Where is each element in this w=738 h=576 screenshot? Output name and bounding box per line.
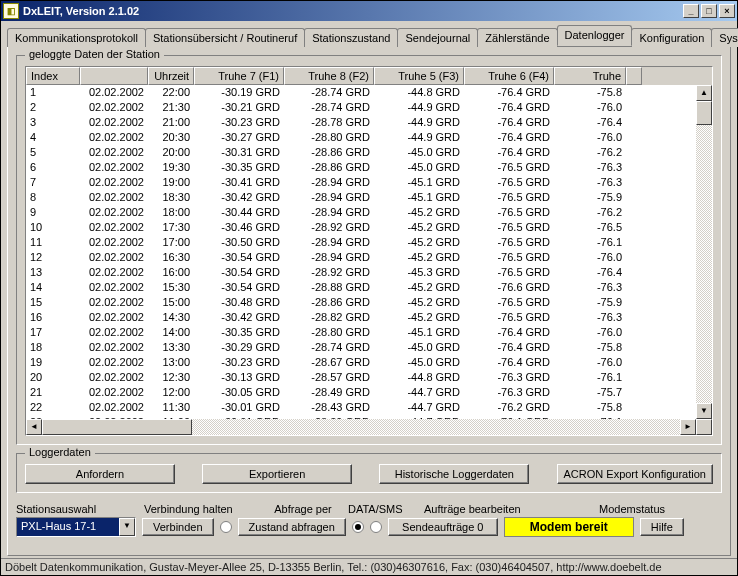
table-cell: 02.02.2002 xyxy=(80,85,148,100)
table-row[interactable]: 1802.02.200213:30-30.29 GRD-28.74 GRD-45… xyxy=(26,340,626,355)
grid-body[interactable]: 102.02.200222:00-30.19 GRD-28.74 GRD-44.… xyxy=(26,85,712,419)
col-truhe6[interactable]: Truhe 6 (F4) xyxy=(464,67,554,85)
sendeauftraege-button[interactable]: Sendeaufträge 0 xyxy=(388,518,498,536)
scroll-up-icon[interactable]: ▲ xyxy=(696,85,712,101)
vertical-scrollbar[interactable]: ▲ ▼ xyxy=(696,85,712,419)
table-row[interactable]: 302.02.200221:00-30.23 GRD-28.78 GRD-44.… xyxy=(26,115,626,130)
table-cell: 15:30 xyxy=(148,280,194,295)
table-row[interactable]: 2202.02.200211:30-30.01 GRD-28.43 GRD-44… xyxy=(26,400,626,415)
data-grid[interactable]: Index Uhrzeit Truhe 7 (F1) Truhe 8 (F2) … xyxy=(25,66,713,436)
scroll-thumb-v[interactable] xyxy=(696,101,712,125)
table-row[interactable]: 1302.02.200216:00-30.54 GRD-28.92 GRD-45… xyxy=(26,265,626,280)
table-cell: -76.3 xyxy=(554,175,626,190)
table-cell: 15 xyxy=(26,295,80,310)
table-cell: 02.02.2002 xyxy=(80,340,148,355)
abfrage-sms-radio[interactable] xyxy=(370,521,382,533)
table-row[interactable]: 1002.02.200217:30-30.46 GRD-28.92 GRD-45… xyxy=(26,220,626,235)
station-combo[interactable]: PXL-Haus 17-1 ▼ xyxy=(16,517,136,537)
table-cell: -30.05 GRD xyxy=(194,385,284,400)
col-truhe-extra[interactable]: Truhe xyxy=(554,67,626,85)
verbinden-button[interactable]: Verbinden xyxy=(142,518,214,536)
table-row[interactable]: 802.02.200218:30-30.42 GRD-28.94 GRD-45.… xyxy=(26,190,626,205)
table-cell: -28.86 GRD xyxy=(284,295,374,310)
window-title: DxLEIT, Version 2.1.02 xyxy=(23,5,683,17)
acron-button[interactable]: ACRON Export Konfiguration xyxy=(557,464,713,484)
table-cell: -44.9 GRD xyxy=(374,115,464,130)
table-cell: 19:00 xyxy=(148,175,194,190)
tab-kommunikationsprotokoll[interactable]: Kommunikationsprotokoll xyxy=(7,28,146,47)
table-row[interactable]: 202.02.200221:30-30.21 GRD-28.74 GRD-44.… xyxy=(26,100,626,115)
tab-stationszustand[interactable]: Stationszustand xyxy=(304,28,398,47)
horizontal-scrollbar[interactable]: ◄ ► xyxy=(26,419,712,435)
table-cell: 20:30 xyxy=(148,130,194,145)
table-cell: -30.44 GRD xyxy=(194,205,284,220)
table-cell: -30.21 GRD xyxy=(194,100,284,115)
table-row[interactable]: 902.02.200218:00-30.44 GRD-28.94 GRD-45.… xyxy=(26,205,626,220)
table-row[interactable]: 402.02.200220:30-30.27 GRD-28.80 GRD-44.… xyxy=(26,130,626,145)
app-window: ◧ DxLEIT, Version 2.1.02 _ □ × Kommunika… xyxy=(0,0,738,576)
scroll-left-icon[interactable]: ◄ xyxy=(26,419,42,435)
anfordern-button[interactable]: Anfordern xyxy=(25,464,175,484)
table-row[interactable]: 1402.02.200215:30-30.54 GRD-28.88 GRD-45… xyxy=(26,280,626,295)
table-cell: 2 xyxy=(26,100,80,115)
scroll-right-icon[interactable]: ► xyxy=(680,419,696,435)
table-cell: -28.74 GRD xyxy=(284,85,374,100)
table-row[interactable]: 1702.02.200214:00-30.35 GRD-28.80 GRD-45… xyxy=(26,325,626,340)
table-row[interactable]: 2102.02.200212:00-30.05 GRD-28.49 GRD-44… xyxy=(26,385,626,400)
table-cell: -28.92 GRD xyxy=(284,265,374,280)
table-row[interactable]: 1502.02.200215:00-30.48 GRD-28.86 GRD-45… xyxy=(26,295,626,310)
tab-system[interactable]: System xyxy=(711,28,738,47)
table-row[interactable]: 102.02.200222:00-30.19 GRD-28.74 GRD-44.… xyxy=(26,85,626,100)
chevron-down-icon[interactable]: ▼ xyxy=(119,518,135,536)
col-date[interactable] xyxy=(80,67,148,85)
titlebar[interactable]: ◧ DxLEIT, Version 2.1.02 _ □ × xyxy=(1,1,737,21)
table-cell: 13:00 xyxy=(148,355,194,370)
table-row[interactable]: 2302.02.200211:00-30.01 GRD-28.39 GRD-44… xyxy=(26,415,626,419)
minimize-button[interactable]: _ xyxy=(683,4,699,18)
tab-konfiguration[interactable]: Konfiguration xyxy=(631,28,712,47)
col-uhrzeit[interactable]: Uhrzeit xyxy=(148,67,194,85)
tab-stationsuebersicht[interactable]: Stationsübersicht / Routineruf xyxy=(145,28,305,47)
table-cell: -76.5 GRD xyxy=(464,175,554,190)
zustand-abfragen-button[interactable]: Zustand abfragen xyxy=(238,518,346,536)
table-cell: 17 xyxy=(26,325,80,340)
close-button[interactable]: × xyxy=(719,4,735,18)
scroll-track-v[interactable] xyxy=(696,125,712,403)
tab-sendejournal[interactable]: Sendejournal xyxy=(397,28,478,47)
table-cell: -76.5 GRD xyxy=(464,160,554,175)
table-cell: -28.80 GRD xyxy=(284,325,374,340)
col-truhe7[interactable]: Truhe 7 (F1) xyxy=(194,67,284,85)
tab-zaehlerstaende[interactable]: Zählerstände xyxy=(477,28,557,47)
table-row[interactable]: 1902.02.200213:00-30.23 GRD-28.67 GRD-45… xyxy=(26,355,626,370)
col-index[interactable]: Index xyxy=(26,67,80,85)
table-row[interactable]: 602.02.200219:30-30.35 GRD-28.86 GRD-45.… xyxy=(26,160,626,175)
tab-datenlogger[interactable]: Datenlogger xyxy=(557,25,633,46)
table-row[interactable]: 2002.02.200212:30-30.13 GRD-28.57 GRD-44… xyxy=(26,370,626,385)
table-cell: -45.1 GRD xyxy=(374,190,464,205)
verbindung-halten-radio[interactable] xyxy=(220,521,232,533)
col-truhe8[interactable]: Truhe 8 (F2) xyxy=(284,67,374,85)
table-row[interactable]: 1102.02.200217:00-30.50 GRD-28.94 GRD-45… xyxy=(26,235,626,250)
table-cell: -45.1 GRD xyxy=(374,325,464,340)
table-cell: -44.9 GRD xyxy=(374,100,464,115)
maximize-button[interactable]: □ xyxy=(701,4,717,18)
hilfe-button[interactable]: Hilfe xyxy=(640,518,684,536)
scroll-down-icon[interactable]: ▼ xyxy=(696,403,712,419)
abfrage-data-radio[interactable] xyxy=(352,521,364,533)
table-cell: 6 xyxy=(26,160,80,175)
table-cell: -45.0 GRD xyxy=(374,145,464,160)
scroll-track-h[interactable] xyxy=(192,419,680,435)
table-row[interactable]: 1602.02.200214:30-30.42 GRD-28.82 GRD-45… xyxy=(26,310,626,325)
table-row[interactable]: 1202.02.200216:30-30.54 GRD-28.94 GRD-45… xyxy=(26,250,626,265)
data-sms-label: DATA/SMS xyxy=(348,503,418,515)
table-cell: -76.5 GRD xyxy=(464,295,554,310)
loggerdaten-groupbox: Loggerdaten Anfordern Exportieren Histor… xyxy=(16,453,722,493)
exportieren-button[interactable]: Exportieren xyxy=(202,464,352,484)
table-cell: -76.4 xyxy=(554,115,626,130)
historische-button[interactable]: Historische Loggerdaten xyxy=(379,464,529,484)
table-row[interactable]: 702.02.200219:00-30.41 GRD-28.94 GRD-45.… xyxy=(26,175,626,190)
table-cell: -76.0 xyxy=(554,250,626,265)
col-truhe5[interactable]: Truhe 5 (F3) xyxy=(374,67,464,85)
scroll-thumb-h[interactable] xyxy=(42,419,192,435)
table-row[interactable]: 502.02.200220:00-30.31 GRD-28.86 GRD-45.… xyxy=(26,145,626,160)
